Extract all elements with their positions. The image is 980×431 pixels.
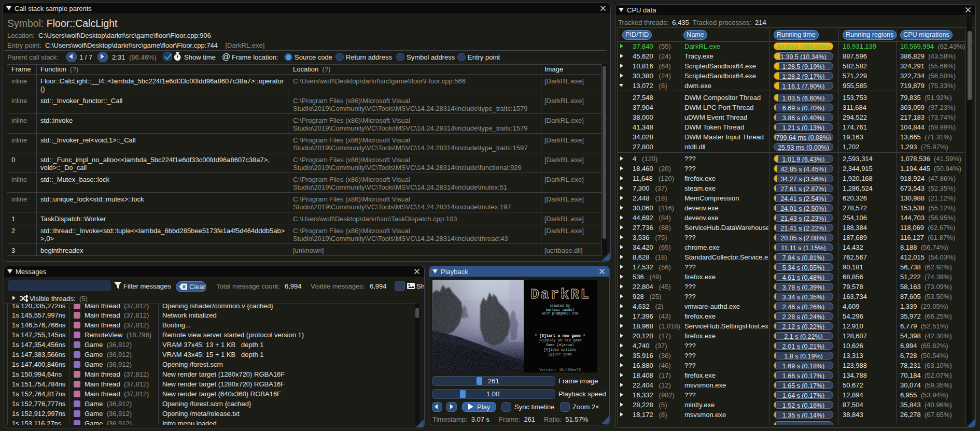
svg-text:[V]ideo options: [V]ideo options <box>543 348 576 352</box>
svg-text:wolf.pld@gmail.com: wolf.pld@gmail.com <box>542 312 578 315</box>
svg-text:[Q]uit game: [Q]uit game <box>548 352 572 356</box>
svg-text:bartosz taudul: bartosz taudul <box>546 308 575 312</box>
svg-text:Version: 15c455ee76: Version: 15c455ee76 <box>539 368 581 372</box>
svg-text:* [S]tart a new game *: * [S]tart a new game * <box>535 334 585 338</box>
svg-text:Game [m]anual: Game [m]anual <box>546 343 575 347</box>
svg-text:DarkRL: DarkRL <box>530 287 590 303</box>
svg-text:created by: created by <box>550 304 570 308</box>
svg-text:[R]eplay an old game: [R]eplay an old game <box>538 338 582 342</box>
